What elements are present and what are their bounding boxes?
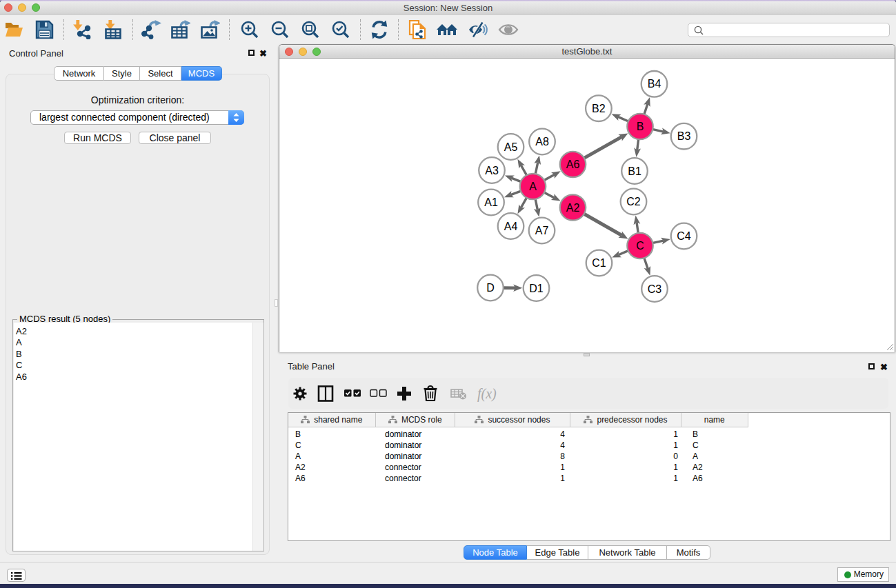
svg-text:A1: A1 — [484, 196, 498, 208]
svg-text:B3: B3 — [677, 130, 691, 142]
svg-text:C: C — [636, 240, 644, 252]
svg-text:A2: A2 — [566, 202, 580, 214]
svg-text:A4: A4 — [504, 221, 518, 232]
svg-text:B2: B2 — [592, 103, 606, 114]
svg-text:B1: B1 — [628, 165, 641, 177]
svg-text:A8: A8 — [535, 136, 549, 148]
svg-text:D: D — [486, 282, 495, 294]
svg-text:B4: B4 — [648, 78, 661, 90]
svg-text:C2: C2 — [626, 196, 641, 207]
svg-text:A3: A3 — [485, 165, 499, 176]
svg-text:A5: A5 — [504, 141, 518, 153]
svg-text:D1: D1 — [529, 283, 544, 294]
svg-text:A6: A6 — [566, 159, 580, 170]
svg-text:A7: A7 — [535, 225, 549, 236]
svg-text:f(x): f(x) — [477, 386, 497, 402]
svg-text:C3: C3 — [648, 283, 662, 295]
svg-text:A: A — [529, 181, 537, 192]
svg-text:C1: C1 — [592, 257, 606, 269]
svg-text:B: B — [637, 121, 644, 132]
svg-text:C4: C4 — [677, 230, 691, 242]
